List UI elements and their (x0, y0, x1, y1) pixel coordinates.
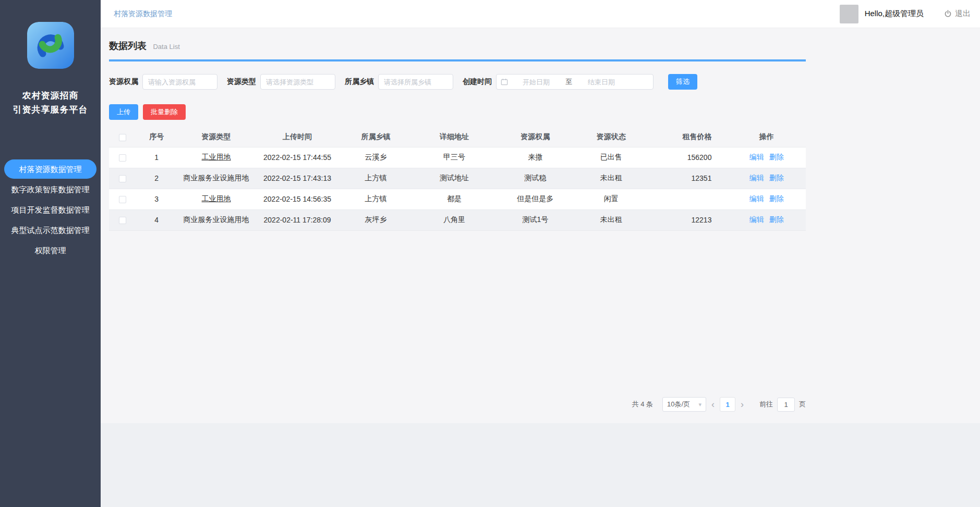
header-seq: 序号 (136, 127, 177, 147)
cell-type: 工业用地 (177, 189, 255, 209)
cell-seq: 1 (136, 147, 177, 168)
header-town: 所属乡镇 (339, 127, 412, 147)
topbar-right: Hello,超级管理员 退出 (840, 5, 971, 23)
edit-link[interactable]: 编辑 (749, 194, 764, 203)
sidebar-item-permission-management[interactable]: 权限管理 (0, 240, 101, 261)
page-size-select[interactable]: 10条/页 ▾ (662, 397, 706, 412)
delete-link[interactable]: 删除 (769, 215, 784, 224)
cell-type: 商业服务业设施用地 (177, 209, 255, 230)
table-row: 2 商业服务业设施用地 2022-02-15 17:43:13 上方镇 测试地址… (109, 168, 806, 189)
avatar[interactable] (840, 5, 858, 23)
table-row: 3 工业用地 2022-02-15 14:56:35 上方镇 都是 但是但是多 … (109, 189, 806, 209)
platform-title-line2: 引资共享服务平台 (0, 103, 101, 117)
upload-button[interactable]: 上传 (109, 104, 138, 120)
logout-label: 退出 (955, 9, 971, 19)
cell-operations: 编辑删除 (727, 168, 806, 189)
header-status: 资源状态 (575, 127, 648, 147)
goto-page-input[interactable] (777, 398, 795, 412)
cell-town: 上方镇 (339, 189, 412, 209)
created-filter-label: 创建时间 (463, 77, 492, 86)
town-filter-label: 所属乡镇 (345, 77, 374, 86)
cell-owner: 但是但是多 (496, 189, 574, 209)
cell-price: 12351 (648, 168, 727, 189)
next-page-button[interactable]: › (735, 397, 749, 412)
edit-link[interactable]: 编辑 (749, 215, 764, 224)
user-greeting: Hello,超级管理员 (865, 9, 924, 19)
title-accent-bar (109, 59, 806, 61)
cell-owner: 测试稳 (496, 168, 574, 189)
date-range-picker[interactable]: 至 (496, 74, 654, 90)
cell-checkbox (109, 209, 136, 230)
delete-link[interactable]: 删除 (769, 194, 784, 203)
edit-link[interactable]: 编辑 (749, 153, 764, 161)
cell-price: 156200 (648, 147, 727, 168)
cell-town: 云溪乡 (339, 147, 412, 168)
chevron-down-icon: ▾ (698, 401, 701, 408)
cell-address: 甲三号 (413, 147, 496, 168)
table-header-row: 序号 资源类型 上传时间 所属乡镇 详细地址 资源权属 资源状态 租售价格 操作 (109, 127, 806, 147)
delete-link[interactable]: 删除 (769, 153, 784, 161)
cell-checkbox (109, 147, 136, 168)
row-checkbox[interactable] (119, 217, 126, 224)
content: 数据列表 Data List 资源权属 资源类型 所属乡镇 创建时间 (101, 28, 980, 507)
cell-seq: 2 (136, 168, 177, 189)
type-filter-select[interactable] (260, 74, 335, 90)
power-icon (943, 9, 952, 18)
calendar-icon (501, 78, 508, 85)
cell-checkbox (109, 168, 136, 189)
cell-type: 工业用地 (177, 147, 255, 168)
row-checkbox[interactable] (119, 175, 126, 182)
filter-button[interactable]: 筛选 (668, 74, 697, 90)
select-all-checkbox[interactable] (119, 134, 126, 141)
cell-price (648, 189, 727, 209)
data-list-card: 数据列表 Data List 资源权属 资源类型 所属乡镇 创建时间 (101, 28, 980, 423)
sidebar: 农村资源招商 引资共享服务平台 村落资源数据管理 数字政策智库数据管理 项目开发… (0, 0, 101, 507)
pagination-total: 共 4 条 (632, 400, 653, 409)
header-type: 资源类型 (177, 127, 255, 147)
owner-filter-input[interactable] (142, 74, 217, 90)
page-unit-label: 页 (799, 400, 806, 409)
batch-delete-button[interactable]: 批量删除 (143, 104, 186, 120)
header-owner: 资源权属 (496, 127, 574, 147)
sidebar-item-policy-thinktank-data[interactable]: 数字政策智库数据管理 (0, 179, 101, 200)
page-size-value: 10条/页 (667, 400, 690, 409)
page-title-row: 数据列表 Data List (109, 28, 806, 59)
cell-address: 测试地址 (413, 168, 496, 189)
cell-status: 已出售 (575, 147, 648, 168)
end-date-input[interactable] (574, 78, 628, 86)
sidebar-item-pilot-demo-data[interactable]: 典型试点示范数据管理 (0, 220, 101, 240)
logout-button[interactable]: 退出 (943, 9, 971, 19)
row-checkbox[interactable] (119, 196, 126, 203)
town-filter-select[interactable] (378, 74, 453, 90)
sidebar-item-village-resource-data[interactable]: 村落资源数据管理 (4, 159, 96, 179)
page-title: 数据列表 (109, 41, 147, 51)
start-date-input[interactable] (509, 78, 563, 86)
select-all-cell (109, 127, 136, 147)
main-area: 村落资源数据管理 Hello,超级管理员 退出 数据列表 D (101, 0, 980, 507)
owner-filter-label: 资源权属 (109, 77, 138, 86)
cell-type: 商业服务业设施用地 (177, 168, 255, 189)
logo-swirl-icon (27, 22, 74, 69)
prev-page-button[interactable]: ‹ (706, 397, 720, 412)
type-filter-label: 资源类型 (227, 77, 256, 86)
cell-address: 都是 (413, 189, 496, 209)
cell-price: 12213 (648, 209, 727, 230)
data-table: 序号 资源类型 上传时间 所属乡镇 详细地址 资源权属 资源状态 租售价格 操作 (109, 127, 806, 231)
cell-time: 2022-02-11 17:28:09 (256, 209, 339, 230)
edit-link[interactable]: 编辑 (749, 174, 764, 182)
cell-time: 2022-02-15 14:56:35 (256, 189, 339, 209)
cell-status: 未出租 (575, 168, 648, 189)
breadcrumb[interactable]: 村落资源数据管理 (114, 9, 172, 19)
cell-town: 灰坪乡 (339, 209, 412, 230)
cell-owner: 测试1号 (496, 209, 574, 230)
page-number-button[interactable]: 1 (720, 397, 735, 412)
cell-seq: 3 (136, 189, 177, 209)
cell-operations: 编辑删除 (727, 147, 806, 168)
header-time: 上传时间 (256, 127, 339, 147)
platform-title: 农村资源招商 引资共享服务平台 (0, 89, 101, 117)
delete-link[interactable]: 删除 (769, 174, 784, 182)
sidebar-item-project-supervision-data[interactable]: 项目开发监督数据管理 (0, 200, 101, 220)
cell-seq: 4 (136, 209, 177, 230)
goto-label: 前往 (759, 400, 773, 409)
row-checkbox[interactable] (119, 154, 126, 162)
